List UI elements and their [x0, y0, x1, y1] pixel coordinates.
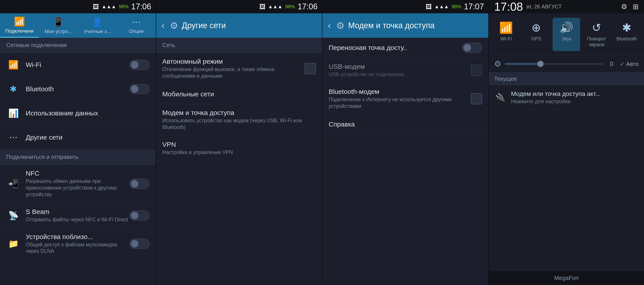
wifi-title: Wi-Fi	[26, 61, 130, 69]
help-title: Справка	[329, 121, 482, 128]
clock-2: 17:06	[298, 2, 318, 11]
brightness-auto[interactable]: ✓ Авто	[620, 60, 639, 68]
list-item-help[interactable]: Справка	[322, 115, 488, 134]
nfc-toggle[interactable]	[130, 179, 150, 189]
tab-connections-icon: 📶	[14, 17, 25, 27]
wifi-icon: 📶	[6, 58, 20, 72]
data-usage-content: Использование данных	[26, 109, 150, 117]
sbeam-title: S Beam	[26, 208, 130, 215]
tab-options-icon: ⋯	[132, 17, 140, 27]
quick-wifi-label: Wi-Fi	[500, 36, 512, 42]
list-item-bluetooth-tethering[interactable]: Bluetooth-модем Подключение к Интернету …	[322, 83, 488, 115]
settings-panel-2: 🖼 ▲▲▲ 98% 17:06 ‹ ⚙ Другие сети Сеть Авт…	[156, 0, 322, 285]
list-item-tethering[interactable]: Модем и точка доступа Использовать устро…	[156, 104, 322, 136]
list-item-airplane[interactable]: Автономный режим Отключение функций вызо…	[156, 53, 322, 85]
usb-subtitle: USB-устройство не подключено	[329, 71, 471, 78]
bt-tether-content: Bluetooth-модем Подключение к Интернету …	[329, 88, 471, 110]
wifi-toggle[interactable]	[130, 60, 150, 70]
nearby-toggle[interactable]	[130, 239, 150, 249]
tab-mydevice-label: Мое устро...	[44, 29, 72, 34]
list-item-data-usage[interactable]: 📊 Использование данных	[0, 101, 156, 125]
hotspot-toggle[interactable]	[462, 43, 482, 53]
other-networks-icon: ⋯	[6, 130, 20, 144]
hotspot-toggle-knob	[464, 44, 471, 52]
quick-tile-sound[interactable]: 🔊 Звук	[553, 18, 580, 51]
bt-tether-subtitle: Подключение к Интернету не используется …	[329, 96, 471, 110]
bluetooth-icon: ✱	[6, 82, 20, 96]
settings-gear-icon-2: ⚙	[170, 20, 178, 31]
data-usage-title: Использование данных	[26, 109, 150, 117]
list-item-nearby[interactable]: 📁 Устройства поблизо... Общий доступ к ф…	[0, 228, 156, 260]
hotspot-notif-icon: 🔌	[494, 91, 506, 104]
list-item-bluetooth[interactable]: ✱ Bluetooth	[0, 77, 156, 101]
grid-icon-4[interactable]: ⊞	[633, 3, 639, 11]
sbeam-toggle[interactable]	[130, 210, 150, 221]
bt-tether-checkbox[interactable]	[471, 93, 482, 104]
usb-title: USB-модем	[329, 63, 471, 70]
tab-connections-label: Подключени	[5, 28, 34, 34]
brightness-icon: ⚙	[494, 59, 501, 69]
status-bar-3: 🖼 ▲▲▲ 98% 17:07	[322, 0, 488, 13]
tab-options-label: Опции	[129, 29, 144, 34]
list-item-usb-tethering[interactable]: USB-модем USB-устройство не подключено	[322, 58, 488, 83]
tab-accounts[interactable]: 👤 Учетные з...	[78, 13, 117, 38]
usb-checkbox	[471, 65, 482, 76]
list-item-nfc[interactable]: 📲 NFC Разрешить обмен данными при прикос…	[0, 165, 156, 203]
list-item-wifi[interactable]: 📶 Wi-Fi	[0, 53, 156, 77]
nearby-toggle-knob	[131, 240, 138, 247]
quick-bluetooth-icon: ✱	[622, 21, 631, 34]
status-icons-4: ⚙ ⊞	[621, 3, 639, 11]
clock-4: 17:08	[494, 0, 523, 13]
quick-gps-icon: ⊕	[532, 21, 541, 34]
current-section-header: Текущее	[489, 72, 644, 86]
quick-tile-bluetooth[interactable]: ✱ Bluetooth	[613, 18, 640, 51]
tethering-content: Модем и точка доступа Использовать устро…	[162, 109, 316, 131]
section-network-connections: Сетевые подключения	[0, 38, 156, 53]
bluetooth-content: Bluetooth	[26, 85, 130, 93]
list-item-other-networks[interactable]: ⋯ Другие сети	[0, 125, 156, 150]
list-item-mobile-networks[interactable]: Мобильные сети	[156, 85, 322, 104]
list-item-vpn[interactable]: VPN Настройка и управление VPN	[156, 136, 322, 161]
section-network-2: Сеть	[156, 38, 322, 53]
bluetooth-toggle[interactable]	[130, 84, 150, 94]
quick-tile-gps[interactable]: ⊕ GPS	[522, 18, 550, 51]
panel3-title: Модем и точка доступа	[348, 21, 435, 30]
hotspot-notif-content: Модем или точка доступа акт... Нажмите д…	[511, 90, 639, 105]
back-button-2[interactable]: ‹	[162, 20, 164, 31]
quick-gps-label: GPS	[531, 36, 541, 42]
list-item-sbeam[interactable]: 📡 S Beam Отправить файлы через NFC и Wi-…	[0, 203, 156, 228]
status-bar-1: 🖼 ▲▲▲ 98% 17:06	[0, 0, 156, 13]
tab-mydevice-icon: 📱	[53, 17, 64, 27]
nfc-title: NFC	[26, 170, 130, 177]
settings-panel-3: 🖼 ▲▲▲ 98% 17:07 ‹ ⚙ Модем и точка доступ…	[322, 0, 488, 285]
brightness-fill	[505, 63, 539, 65]
hotspot-title: Переносная точка досту..	[329, 44, 462, 52]
nearby-content: Устройства поблизо... Общий доступ к фай…	[26, 233, 130, 255]
gear-icon-4[interactable]: ⚙	[621, 3, 627, 11]
tab-options[interactable]: ⋯ Опции	[117, 13, 156, 38]
quick-tile-wifi[interactable]: 📶 Wi-Fi	[492, 18, 520, 51]
tab-mydevice[interactable]: 📱 Мое устро...	[39, 13, 78, 38]
notification-hotspot[interactable]: 🔌 Модем или точка доступа акт... Нажмите…	[489, 86, 644, 110]
nearby-icon: 📁	[6, 237, 20, 251]
panel3-header: ‹ ⚙ Модем и точка доступа	[322, 13, 488, 38]
section-connect-share: Подключиться и отправить	[0, 150, 156, 165]
brightness-row: ⚙ 0 ✓ Авто	[489, 56, 644, 72]
tab-connections[interactable]: 📶 Подключени	[0, 13, 39, 38]
mobile-content: Мобильные сети	[162, 90, 316, 98]
brightness-thumb	[537, 61, 544, 67]
tab-accounts-label: Учетные з...	[84, 29, 111, 34]
airplane-checkbox[interactable]	[305, 63, 316, 74]
panel2-title: Другие сети	[182, 21, 226, 30]
image-icon-2: 🖼	[259, 3, 266, 11]
quick-rotate-icon: ↺	[592, 21, 601, 34]
brightness-slider[interactable]	[505, 63, 604, 65]
other-networks-content: Другие сети	[26, 134, 150, 141]
list-item-portable-hotspot[interactable]: Переносная точка досту..	[322, 38, 488, 58]
auto-label: Авто	[626, 61, 639, 68]
quick-tile-rotate[interactable]: ↺ Поворот экрана	[583, 18, 610, 51]
back-button-3[interactable]: ‹	[328, 20, 331, 31]
vpn-subtitle: Настройка и управление VPN	[162, 149, 316, 156]
spacer-4	[489, 110, 644, 271]
nfc-content: NFC Разрешить обмен данными при прикосно…	[26, 170, 130, 198]
